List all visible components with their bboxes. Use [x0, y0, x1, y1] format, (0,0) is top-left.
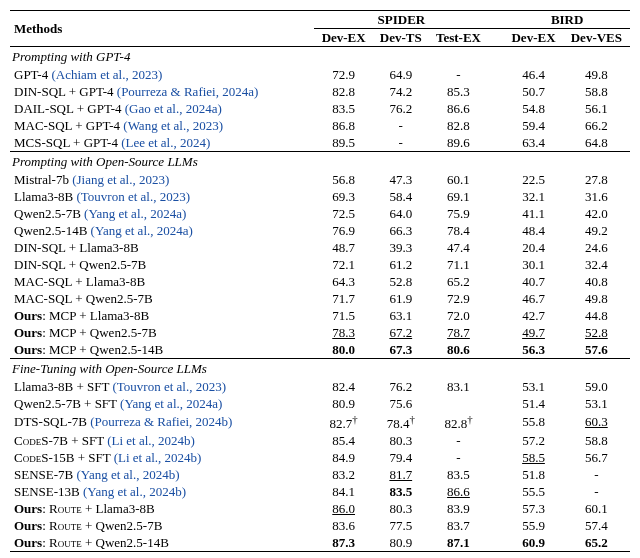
- table-row-method: MCS-SQL + GPT-4 (Lee et al., 2024): [10, 134, 314, 152]
- table-cell: 58.5: [504, 449, 562, 466]
- table-cell: 56.7: [563, 449, 630, 466]
- table-cell: 74.2: [373, 83, 429, 100]
- table-cell: 72.9: [429, 290, 489, 307]
- table-cell: 47.3: [373, 171, 429, 188]
- table-cell: -: [429, 66, 489, 83]
- table-cell: 51.8: [504, 466, 562, 483]
- col-devex: Dev-EX: [314, 29, 372, 47]
- table-cell: 76.2: [373, 100, 429, 117]
- table-row-method: MAC-SQL + Llama3-8B: [10, 273, 314, 290]
- table-cell: 87.3: [314, 534, 372, 552]
- table-cell: 66.3: [373, 222, 429, 239]
- table-cell: -: [563, 483, 630, 500]
- table-cell: 83.5: [314, 100, 372, 117]
- table-cell: 75.6: [373, 395, 429, 412]
- col-bird: BIRD: [504, 11, 630, 29]
- table-cell: 20.4: [504, 239, 562, 256]
- table-cell: 60.9: [504, 534, 562, 552]
- table-cell: 85.3: [429, 83, 489, 100]
- col-devts: Dev-TS: [373, 29, 429, 47]
- table-row-method: Ours: Route + Qwen2.5-7B: [10, 517, 314, 534]
- table-cell: 84.1: [314, 483, 372, 500]
- table-cell: 82.7†: [314, 412, 372, 432]
- table-cell: 89.6: [429, 134, 489, 152]
- table-cell: 57.4: [563, 517, 630, 534]
- table-row-method: CodeS-7B + SFT (Li et al., 2024b): [10, 432, 314, 449]
- table-row-method: Ours: MCP + Qwen2.5-14B: [10, 341, 314, 359]
- table-cell: 49.2: [563, 222, 630, 239]
- table-cell: 58.4: [373, 188, 429, 205]
- table-row-method: Ours: MCP + Qwen2.5-7B: [10, 324, 314, 341]
- table-cell: 58.8: [563, 432, 630, 449]
- table-cell: 80.9: [373, 534, 429, 552]
- table-row-method: DIN-SQL + GPT-4 (Pourreza & Rafiei, 2024…: [10, 83, 314, 100]
- table-cell: 31.6: [563, 188, 630, 205]
- table-cell: -: [429, 449, 489, 466]
- results-table: Methods SPIDER BIRD Dev-EX Dev-TS Test-E…: [10, 10, 630, 552]
- table-cell: 83.7: [429, 517, 489, 534]
- table-cell: 82.4: [314, 378, 372, 395]
- table-cell: 48.7: [314, 239, 372, 256]
- table-cell: 80.9: [314, 395, 372, 412]
- table-cell: 76.2: [373, 378, 429, 395]
- table-cell: 78.3: [314, 324, 372, 341]
- table-cell: 86.0: [314, 500, 372, 517]
- table-cell: 77.5: [373, 517, 429, 534]
- section-title: Prompting with GPT-4: [10, 47, 630, 67]
- table-cell: 42.0: [563, 205, 630, 222]
- table-cell: 83.6: [314, 517, 372, 534]
- table-cell: 49.8: [563, 66, 630, 83]
- table-cell: 57.2: [504, 432, 562, 449]
- table-row-method: DAIL-SQL + GPT-4 (Gao et al., 2024a): [10, 100, 314, 117]
- table-cell: 87.1: [429, 534, 489, 552]
- table-row-method: Ours: MCP + Llama3-8B: [10, 307, 314, 324]
- table-row-method: DIN-SQL + Llama3-8B: [10, 239, 314, 256]
- table-row-method: Llama3-8B + SFT (Touvron et al., 2023): [10, 378, 314, 395]
- table-cell: 49.8: [563, 290, 630, 307]
- table-cell: 56.1: [563, 100, 630, 117]
- table-row-method: CodeS-15B + SFT (Li et al., 2024b): [10, 449, 314, 466]
- table-cell: 79.4: [373, 449, 429, 466]
- table-cell: 41.1: [504, 205, 562, 222]
- table-cell: 49.7: [504, 324, 562, 341]
- table-cell: 52.8: [563, 324, 630, 341]
- table-row-method: MAC-SQL + Qwen2.5-7B: [10, 290, 314, 307]
- table-cell: 27.8: [563, 171, 630, 188]
- table-cell: 56.8: [314, 171, 372, 188]
- table-cell: 52.8: [373, 273, 429, 290]
- table-cell: 72.1: [314, 256, 372, 273]
- table-row-method: Ours: Route + Qwen2.5-14B: [10, 534, 314, 552]
- table-cell: 66.2: [563, 117, 630, 134]
- table-row-method: Qwen2.5-7B + SFT (Yang et al., 2024a): [10, 395, 314, 412]
- table-cell: 59.0: [563, 378, 630, 395]
- table-cell: 61.9: [373, 290, 429, 307]
- col-testex: Test-EX: [429, 29, 489, 47]
- table-cell: 83.2: [314, 466, 372, 483]
- table-cell: 63.1: [373, 307, 429, 324]
- table-row-method: SENSE-7B (Yang et al., 2024b): [10, 466, 314, 483]
- table-cell: 60.3: [563, 412, 630, 432]
- table-cell: 64.8: [563, 134, 630, 152]
- col-methods: Methods: [10, 11, 314, 47]
- table-row-method: Llama3-8B (Touvron et al., 2023): [10, 188, 314, 205]
- table-cell: 83.9: [429, 500, 489, 517]
- col-spider: SPIDER: [314, 11, 488, 29]
- table-cell: 51.4: [504, 395, 562, 412]
- table-cell: 67.2: [373, 324, 429, 341]
- table-cell: 86.6: [429, 483, 489, 500]
- table-cell: 80.3: [373, 432, 429, 449]
- table-cell: 48.4: [504, 222, 562, 239]
- table-cell: 80.6: [429, 341, 489, 359]
- table-cell: 75.9: [429, 205, 489, 222]
- table-cell: 64.3: [314, 273, 372, 290]
- table-cell: 71.1: [429, 256, 489, 273]
- table-cell: 58.8: [563, 83, 630, 100]
- table-cell: 40.8: [563, 273, 630, 290]
- table-cell: 80.3: [373, 500, 429, 517]
- table-cell: 81.7: [373, 466, 429, 483]
- table-cell: 82.8: [429, 117, 489, 134]
- table-cell: 59.4: [504, 117, 562, 134]
- table-cell: 76.9: [314, 222, 372, 239]
- table-cell: 71.7: [314, 290, 372, 307]
- table-cell: 44.8: [563, 307, 630, 324]
